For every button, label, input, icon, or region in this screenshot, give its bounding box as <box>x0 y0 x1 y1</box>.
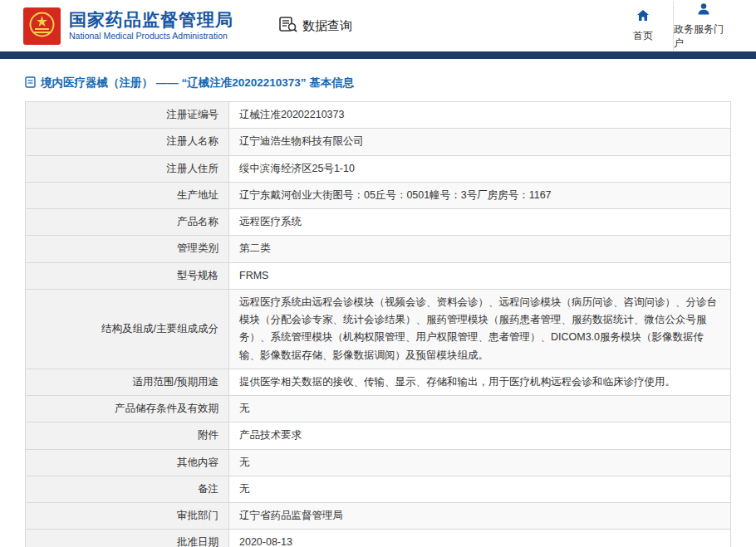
table-row: 产品储存条件及有效期 无 <box>26 396 731 422</box>
data-query-label: 数据查询 <box>302 18 352 34</box>
row-value: 辽械注准20202210373 <box>229 102 731 129</box>
site-title: 国家药品监督管理局 <box>69 10 233 29</box>
row-label: 注册人名称 <box>26 129 229 155</box>
row-label-text: 注册人住所 <box>167 162 219 176</box>
row-value: 产品技术要求 <box>229 422 731 449</box>
row-label: 型号规格 <box>26 262 229 289</box>
row-label: 结构及组成/主要组成成分 <box>26 289 229 369</box>
row-value: FRMS <box>229 262 731 289</box>
row-label: 备注 <box>26 476 229 502</box>
table-row: 其他内容 无 <box>26 449 731 476</box>
row-label-text: 附件 <box>198 428 218 442</box>
table-row: 注册人住所 绥中滨海经济区25号1-10 <box>26 155 731 182</box>
row-label-text: 其他内容 <box>177 456 218 470</box>
row-value: 远程医疗系统 <box>229 209 731 236</box>
table-row: 结构及组成/主要组成成分 远程医疗系统由远程会诊模块（视频会诊、资料会诊）、远程… <box>26 289 731 369</box>
info-table-body: 注册证编号 辽械注准20202210373 注册人名称 辽宁迪浩生物科技有限公司… <box>26 102 731 547</box>
row-label: 附件 <box>26 422 229 449</box>
table-row: 附件 产品技术要求 <box>26 422 731 449</box>
table-row: 审批部门 辽宁省药品监督管理局 <box>26 503 731 530</box>
row-label: 审批部门 <box>26 503 229 530</box>
national-emblem-logo <box>23 7 61 45</box>
row-value: 提供医学相关数据的接收、传输、显示、存储和输出，用于医疗机构远程会诊和临床诊疗使… <box>229 369 731 395</box>
row-label-text: 审批部门 <box>177 509 218 523</box>
row-value: 辽宁省药品监督管理局 <box>229 503 731 530</box>
row-label-text: 批准日期 <box>177 535 218 547</box>
person-icon <box>696 2 711 19</box>
row-value: 辽宁迪浩生物科技有限公司 <box>229 129 731 155</box>
table-row: 产品名称 远程医疗系统 <box>26 209 731 236</box>
table-row: 型号规格 FRMS <box>26 262 731 289</box>
row-label: 注册证编号 <box>26 102 229 129</box>
row-label-text: 注册证编号 <box>167 108 219 122</box>
breadcrumb: 境内医疗器械（注册） —— “辽械注准20202210373” 基本信息 <box>25 76 731 90</box>
table-row: 生产地址 辽宁东戴河创业大街图号：05丘号：0501幢号：3号厂房房号：1167 <box>26 182 731 208</box>
data-query-nav[interactable]: 数据查询 <box>279 16 352 36</box>
header-links: 首页 政务服务门户 <box>613 2 733 51</box>
row-label-text: 适用范围/预期用途 <box>133 375 218 389</box>
portal-label: 政务服务门户 <box>674 22 733 51</box>
row-value: 无 <box>229 396 731 422</box>
row-label-text: 注册人名称 <box>167 134 219 149</box>
row-value: 2020-08-13 <box>229 530 731 547</box>
row-value: 第二类 <box>229 236 731 262</box>
breadcrumb-text: 境内医疗器械（注册） —— “辽械注准20202210373” 基本信息 <box>41 76 354 90</box>
header-divider-bar <box>0 51 756 59</box>
row-value: 远程医疗系统由远程会诊模块（视频会诊、资料会诊）、远程问诊模块（病历问诊、咨询问… <box>229 289 731 369</box>
site-subtitle: National Medical Products Administration <box>69 32 233 42</box>
row-label-text: 产品储存条件及有效期 <box>115 402 218 416</box>
site-titles: 国家药品监督管理局 National Medical Products Admi… <box>69 10 233 42</box>
home-label: 首页 <box>633 29 653 43</box>
table-row: 备注 无 <box>26 476 731 502</box>
row-label: 管理类别 <box>26 236 229 262</box>
row-value: 无 <box>229 476 731 502</box>
row-label-text: 产品名称 <box>177 215 218 229</box>
site-header: 国家药品监督管理局 National Medical Products Admi… <box>0 0 756 51</box>
row-label-text: 生产地址 <box>177 188 218 203</box>
row-label-text: 型号规格 <box>177 269 218 283</box>
row-label: 适用范围/预期用途 <box>26 369 229 395</box>
row-label: 其他内容 <box>26 449 229 476</box>
table-row: 批准日期 2020-08-13 <box>26 530 731 547</box>
row-label: 注册人住所 <box>26 155 229 182</box>
home-link[interactable]: 首页 <box>613 2 673 51</box>
document-search-icon <box>279 16 297 36</box>
table-row: 注册人名称 辽宁迪浩生物科技有限公司 <box>26 129 731 155</box>
row-label: 生产地址 <box>26 182 229 208</box>
row-label: 产品名称 <box>26 209 229 236</box>
row-value: 绥中滨海经济区25号1-10 <box>229 155 731 182</box>
table-row: 注册证编号 辽械注准20202210373 <box>26 102 731 129</box>
row-label: 批准日期 <box>26 530 229 547</box>
main-content: 境内医疗器械（注册） —— “辽械注准20202210373” 基本信息 注册证… <box>0 59 756 547</box>
document-icon <box>25 76 36 90</box>
table-row: 管理类别 第二类 <box>26 236 731 262</box>
portal-link[interactable]: 政务服务门户 <box>673 2 733 51</box>
table-row: 适用范围/预期用途 提供医学相关数据的接收、传输、显示、存储和输出，用于医疗机构… <box>26 369 731 395</box>
registration-info-table: 注册证编号 辽械注准20202210373 注册人名称 辽宁迪浩生物科技有限公司… <box>25 101 731 547</box>
row-label-text: 管理类别 <box>177 242 218 256</box>
row-label-text: 备注 <box>198 482 218 496</box>
home-icon <box>636 8 650 26</box>
site-logo: 国家药品监督管理局 National Medical Products Admi… <box>23 7 233 45</box>
row-value: 辽宁东戴河创业大街图号：05丘号：0501幢号：3号厂房房号：1167 <box>229 182 731 208</box>
row-label-text: 结构及组成/主要组成成分 <box>101 322 218 336</box>
row-value: 无 <box>229 449 731 476</box>
row-label: 产品储存条件及有效期 <box>26 396 229 422</box>
